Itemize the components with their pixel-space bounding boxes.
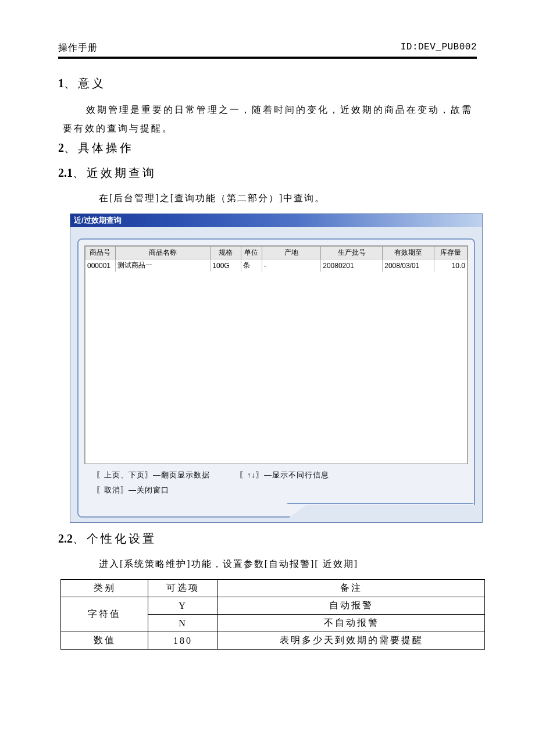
settings-row: 数值 180 表明多少天到效期的需要提醒 (61, 632, 485, 650)
heading-2-num: 2 (58, 141, 64, 154)
settings-opt-180: 180 (148, 632, 218, 650)
heading-2-1: 2.1、 近效期查询 (58, 165, 477, 181)
hint-page: 〖上页、下页〗—翻页显示数据 (96, 470, 210, 480)
cell-name: 测试商品一 (115, 259, 210, 272)
heading-2-1-dot: 、 (73, 166, 84, 179)
settings-note-180: 表明多少天到效期的需要提醒 (218, 632, 485, 650)
settings-h-cat: 类别 (61, 580, 148, 597)
para-1: 效期管理是重要的日常管理之一，随着时间的变化，近效期的商品在变动，故需要有效的查… (58, 101, 477, 138)
heading-2: 2、 具体操作 (58, 140, 477, 156)
embedded-window: 近/过效期查询 商品号 商品名称 规格 单位 产地 生产批号 有效期至 库存量 (70, 213, 483, 523)
cell-spec: 100G (211, 259, 241, 272)
embedded-window-body: 商品号 商品名称 规格 单位 产地 生产批号 有效期至 库存量 000001 测… (77, 238, 475, 518)
embedded-window-title: 近/过效期查询 (70, 214, 482, 227)
col-spec: 规格 (211, 247, 241, 259)
cell-exp: 2008/03/01 (383, 259, 434, 272)
hint-arrows: 〖↑↓〗—显示不同行信息 (239, 470, 329, 480)
heading-2-2-title: 个性化设置 (87, 532, 156, 545)
heading-2-2-num: 2.2 (58, 532, 73, 545)
settings-h-note: 备注 (218, 580, 485, 597)
header-left: 操作手册 (58, 42, 98, 54)
col-exp: 有效期至 (383, 247, 434, 259)
settings-h-opt: 可选项 (148, 580, 218, 597)
col-stock: 库存量 (434, 247, 467, 259)
hint-cancel: 〖取消〗—关闭窗口 (96, 485, 169, 495)
cell-batch: 20080201 (321, 259, 383, 272)
heading-2-dot: 、 (64, 141, 76, 154)
col-name: 商品名称 (115, 247, 210, 259)
heading-2-1-title: 近效期查询 (87, 166, 156, 179)
para-2-2: 进入[系统策略维护]功能，设置参数[自动报警][ 近效期] (58, 555, 477, 573)
cell-unit: 条 (241, 259, 262, 272)
cell-stock: 10.0 (434, 259, 467, 272)
settings-row: 字符值 Y 自动报警 (61, 597, 485, 615)
settings-table: 类别 可选项 备注 字符值 Y 自动报警 N 不自动报警 数值 180 表明多少… (60, 579, 485, 650)
settings-opt-y: Y (148, 597, 218, 615)
heading-2-2: 2.2、 个性化设置 (58, 531, 477, 547)
heading-1-title: 意义 (78, 77, 106, 90)
cell-id: 000001 (85, 259, 116, 272)
result-grid: 商品号 商品名称 规格 单位 产地 生产批号 有效期至 库存量 000001 测… (84, 245, 468, 464)
settings-note-n: 不自动报警 (218, 615, 485, 632)
para-2-1: 在[后台管理]之[查询功能（第二部分）]中查询。 (58, 189, 477, 208)
settings-note-y: 自动报警 (218, 597, 485, 615)
cell-origin: - (262, 259, 321, 272)
settings-cat-str: 字符值 (61, 597, 148, 632)
heading-1-num: 1 (58, 77, 64, 90)
heading-2-2-dot: 、 (73, 532, 84, 545)
col-batch: 生产批号 (321, 247, 383, 259)
keyboard-hints: 〖上页、下页〗—翻页显示数据 〖↑↓〗—显示不同行信息 〖取消〗—关闭窗口 (84, 464, 468, 498)
heading-1-dot: 、 (64, 77, 76, 90)
header-rule-thin (58, 56, 477, 56)
settings-header-row: 类别 可选项 备注 (61, 580, 485, 597)
grid-row[interactable]: 000001 测试商品一 100G 条 - 20080201 2008/03/0… (85, 259, 468, 272)
col-origin: 产地 (262, 247, 321, 259)
col-id: 商品号 (85, 247, 116, 259)
grid-empty-area (85, 272, 468, 463)
heading-2-1-num: 2.1 (58, 166, 73, 179)
col-unit: 单位 (241, 247, 262, 259)
heading-2-title: 具体操作 (78, 141, 134, 154)
heading-1: 1、 意义 (58, 76, 477, 91)
settings-opt-n: N (148, 615, 218, 632)
settings-cat-num: 数值 (61, 632, 148, 650)
panel-corner-cut (289, 505, 475, 518)
header-right: ID:DEV_PUB002 (401, 42, 477, 54)
grid-header-row: 商品号 商品名称 规格 单位 产地 生产批号 有效期至 库存量 (85, 247, 468, 259)
